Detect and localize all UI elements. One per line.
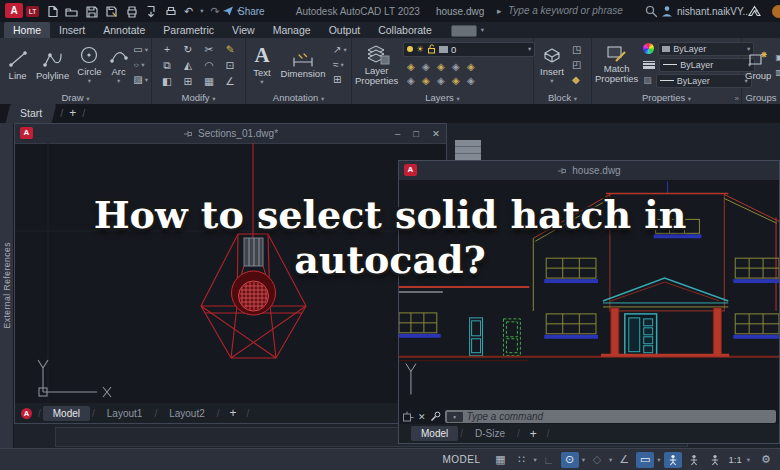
- layer-tool[interactable]: ◈: [448, 60, 463, 74]
- table-tool[interactable]: ⊞: [333, 73, 347, 86]
- block-define-tool[interactable]: ◰: [572, 58, 581, 71]
- scale-chevron-icon[interactable]: ▾: [747, 456, 750, 464]
- stretch-tool[interactable]: ◧: [157, 73, 178, 89]
- linetype-dropdown[interactable]: ByLayer▾: [656, 74, 752, 88]
- annotation-autoscale-button[interactable]: [685, 452, 703, 468]
- tab-parametric[interactable]: Parametric: [154, 22, 223, 38]
- arc-chevron-icon[interactable]: ▾: [117, 77, 120, 85]
- polar-tracking-button[interactable]: ⊙: [561, 452, 579, 468]
- ribbon-toggle-chevron-icon[interactable]: ▾: [481, 22, 484, 38]
- iso-chevron-icon[interactable]: ▾: [609, 456, 612, 464]
- trim-tool[interactable]: ✂: [199, 41, 220, 57]
- properties-panel-label[interactable]: Properties ▾: [592, 91, 741, 104]
- rectangle-tool[interactable]: ▭▾: [133, 43, 148, 56]
- tab-view[interactable]: View: [223, 22, 264, 38]
- annotation-visibility-button[interactable]: [664, 452, 682, 468]
- print-icon[interactable]: [164, 5, 177, 18]
- tab-annotate[interactable]: Annotate: [94, 22, 154, 38]
- insert-block-button[interactable]: Insert ▾: [537, 45, 567, 85]
- isometric-drafting-button[interactable]: ◇: [588, 452, 606, 468]
- new-file-icon[interactable]: [46, 5, 58, 18]
- new-drawing-tab-button[interactable]: +: [69, 104, 76, 123]
- fillet-tool[interactable]: ◠: [199, 57, 220, 73]
- sections-window-titlebar[interactable]: A Sections_01.dwg* – □ ✕: [15, 124, 446, 144]
- layer-tool[interactable]: ◈: [418, 74, 433, 88]
- dimension-tool[interactable]: Dimension: [279, 51, 327, 79]
- minimize-icon[interactable]: –: [395, 128, 400, 139]
- scrollbar-thumb[interactable]: [455, 140, 481, 162]
- search-caret-icon[interactable]: ▸: [497, 6, 502, 16]
- lineweight-dropdown[interactable]: ByLayer▾: [659, 58, 755, 72]
- share-button[interactable]: Share: [222, 0, 265, 22]
- search-input[interactable]: Type a keyword or phrase: [508, 3, 638, 19]
- move-tool[interactable]: +: [157, 41, 178, 57]
- start-tab[interactable]: Start: [6, 104, 57, 123]
- open-folder-icon[interactable]: [65, 5, 78, 18]
- layer-tool[interactable]: ◈: [433, 60, 448, 74]
- save-icon[interactable]: [85, 5, 98, 18]
- erase-tool[interactable]: ✎: [220, 41, 241, 57]
- layer-properties-button[interactable]: LayerProperties: [355, 44, 398, 86]
- mirror-tool[interactable]: ◭: [178, 57, 199, 73]
- rotate-tool[interactable]: ↻: [178, 41, 199, 57]
- measure-tool[interactable]: ∠: [220, 73, 241, 89]
- copy-tool[interactable]: ⧉: [157, 57, 178, 73]
- circle-tool[interactable]: Circle ▾: [73, 45, 106, 85]
- layer-tool[interactable]: ◈: [463, 74, 478, 88]
- offset-tool[interactable]: ⊡: [220, 57, 241, 73]
- layout1-tab[interactable]: Layout1: [97, 406, 153, 421]
- group-edit-tool[interactable]: ▥: [775, 66, 780, 79]
- ribbon-display-toggle[interactable]: [451, 25, 477, 37]
- block-attributes-tool[interactable]: ◆: [572, 73, 581, 86]
- close-icon[interactable]: ✕: [432, 128, 440, 139]
- layer-select-dropdown[interactable]: ☀ 0 ▾: [403, 42, 535, 57]
- tab-output[interactable]: Output: [320, 22, 370, 38]
- draw-panel-label[interactable]: Draw ▾: [0, 91, 151, 104]
- autodesk-logo-icon[interactable]: [748, 5, 761, 17]
- customization-gear-icon[interactable]: ⚙: [757, 452, 775, 468]
- house-window-titlebar[interactable]: A house.dwg: [399, 161, 779, 181]
- text-tool[interactable]: A Text ▾: [249, 44, 275, 86]
- undo-chevron-icon[interactable]: ▾: [200, 7, 203, 15]
- autocad-logo-icon[interactable]: A: [5, 3, 23, 18]
- groups-panel-label[interactable]: Groups: [742, 91, 780, 104]
- polyline-tool[interactable]: Polyline: [32, 49, 73, 81]
- group-button[interactable]: Group: [745, 49, 771, 81]
- snap-mode-button[interactable]: ∷: [512, 452, 530, 468]
- grid-display-button[interactable]: ▦: [491, 452, 509, 468]
- revision-cloud-tool[interactable]: ≈▾: [333, 58, 347, 71]
- scale-tool[interactable]: ⊞: [178, 73, 199, 89]
- object-color-dropdown[interactable]: ByLayer▾: [658, 42, 754, 56]
- tab-home[interactable]: Home: [4, 22, 50, 38]
- model-tab[interactable]: Model: [411, 426, 458, 441]
- close-command-icon[interactable]: ✕: [418, 412, 426, 422]
- undo-icon[interactable]: ↶: [184, 0, 193, 22]
- annotation-panel-label[interactable]: Annotation ▾: [246, 91, 351, 104]
- search-icon[interactable]: [645, 5, 658, 18]
- maximize-icon[interactable]: □: [413, 128, 419, 139]
- object-snap-tracking-button[interactable]: ∠: [615, 452, 633, 468]
- ungroup-tool[interactable]: ▣: [775, 51, 780, 64]
- layout2-tab[interactable]: Layout2: [159, 406, 215, 421]
- command-input[interactable]: ▾ Type a command: [445, 410, 776, 423]
- house-command-line[interactable]: ✕ ▾ Type a command: [399, 408, 779, 425]
- layer-tool[interactable]: ◈: [403, 74, 418, 88]
- export-icon[interactable]: [145, 5, 157, 18]
- properties-expander-icon[interactable]: »: [735, 94, 739, 103]
- polar-chevron-icon[interactable]: ▾: [582, 456, 585, 464]
- block-panel-label[interactable]: Block ▾: [534, 91, 591, 104]
- layer-tool[interactable]: ◈: [418, 60, 433, 74]
- array-tool[interactable]: ▦: [199, 73, 220, 89]
- user-account-menu[interactable]: nishant.naikVY... ▾: [661, 0, 758, 22]
- new-layout-button[interactable]: +: [222, 406, 245, 420]
- wrench-icon[interactable]: [430, 411, 441, 422]
- tab-collaborate[interactable]: Collaborate: [369, 22, 441, 38]
- layers-panel-label[interactable]: Layers ▾: [352, 91, 533, 104]
- layer-tool[interactable]: ◈: [433, 74, 448, 88]
- arc-tool[interactable]: Arc ▾: [106, 45, 131, 85]
- leader-tool[interactable]: ↗▾: [333, 43, 347, 56]
- layer-tool[interactable]: ◈: [463, 60, 478, 74]
- tab-manage[interactable]: Manage: [264, 22, 320, 38]
- model-tab[interactable]: Model: [43, 406, 90, 421]
- recent-commands-icon[interactable]: ▾: [447, 412, 463, 422]
